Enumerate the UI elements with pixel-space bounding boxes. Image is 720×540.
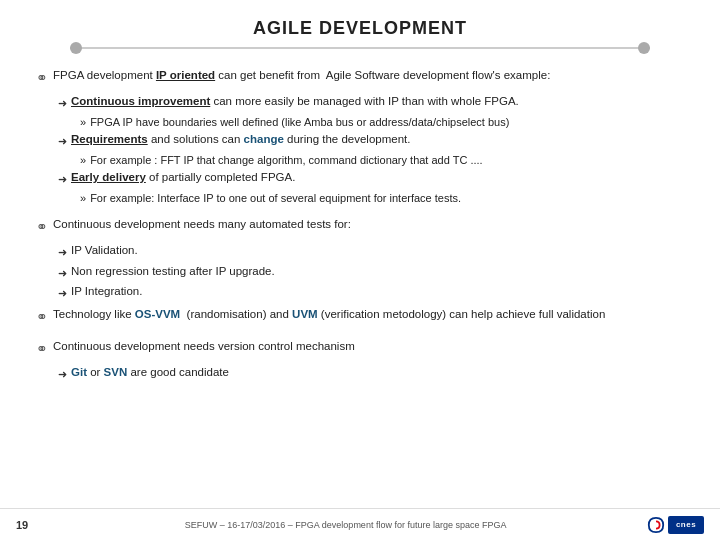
arrow-icon-6: ➜ [58, 285, 67, 302]
arrow-item-early-delivery: ➜ Early delivery of partially completed … [58, 169, 680, 188]
bullet-icon-2: ⚭ [36, 217, 48, 238]
cnes-curve-icon [647, 516, 665, 534]
arrow-icon-5: ➜ [58, 265, 67, 282]
arrow-text-2: Requirements and solutions can change du… [71, 131, 410, 148]
section2b-main-text: Technology like OS-VVM (randomisation) a… [53, 306, 605, 323]
sub-bullet-2a: » [80, 152, 86, 169]
arrow-item-non-regression: ➜ Non regression testing after IP upgrad… [58, 263, 680, 282]
bullet-main-1: ⚭ FPGA development IP oriented can get b… [36, 67, 680, 89]
sub-item-1a: » FPGA IP have boundaries well defined (… [80, 114, 680, 131]
arrow-icon-4: ➜ [58, 244, 67, 261]
footer-text: SEFUW – 16-17/03/2016 – FPGA development… [44, 520, 647, 530]
section-3: ⚭ Continuous development needs version c… [36, 338, 680, 383]
bullet-icon-1: ⚭ [36, 68, 48, 89]
sub-bullet-1a: » [80, 114, 86, 131]
cnes-logo: cnes [647, 516, 704, 534]
sub-text-3a: For example: Interface IP to one out of … [90, 190, 461, 207]
cnes-logo-text: cnes [668, 516, 704, 534]
footer-page-number: 19 [16, 519, 28, 531]
main-content: ⚭ FPGA development IP oriented can get b… [0, 59, 720, 400]
arrow-text-5: Non regression testing after IP upgrade. [71, 263, 275, 280]
arrow-text-1: Continuous improvement can more easily b… [71, 93, 519, 110]
header-divider [70, 47, 650, 49]
sub-item-3a: » For example: Interface IP to one out o… [80, 190, 680, 207]
sub-text-2a: For example : FFT IP that change algorit… [90, 152, 483, 169]
section1-main-text: FPGA development IP oriented can get ben… [53, 67, 550, 84]
page-title: AGILE DEVELOPMENT [40, 18, 680, 39]
section-2: ⚭ Continuous development needs many auto… [36, 216, 680, 328]
arrow-item-git-svn: ➜ Git or SVN are good candidate [58, 364, 680, 383]
section3-main-text: Continuous development needs version con… [53, 338, 355, 355]
arrow-item-ip-validation: ➜ IP Validation. [58, 242, 680, 261]
bullet-main-2: ⚭ Continuous development needs many auto… [36, 216, 680, 238]
arrow-text-4: IP Validation. [71, 242, 138, 259]
arrow-text-3: Early delivery of partially completed FP… [71, 169, 295, 186]
arrow-item-ip-integration: ➜ IP Integration. [58, 283, 680, 302]
header: AGILE DEVELOPMENT [0, 0, 720, 59]
arrow-icon-1: ➜ [58, 95, 67, 112]
sub-bullet-3a: » [80, 190, 86, 207]
arrow-text-6: IP Integration. [71, 283, 142, 300]
arrow-item-continuous-improvement: ➜ Continuous improvement can more easily… [58, 93, 680, 112]
section2-main-text: Continuous development needs many automa… [53, 216, 351, 233]
bullet-icon-4: ⚭ [36, 339, 48, 360]
bullet-icon-3: ⚭ [36, 307, 48, 328]
sub-text-1a: FPGA IP have boundaries well defined (li… [90, 114, 509, 131]
page: AGILE DEVELOPMENT ⚭ FPGA development IP … [0, 0, 720, 540]
bullet-main-4: ⚭ Continuous development needs version c… [36, 338, 680, 360]
sub-item-2a: » For example : FFT IP that change algor… [80, 152, 680, 169]
arrow-icon-2: ➜ [58, 133, 67, 150]
arrow-icon-7: ➜ [58, 366, 67, 383]
footer: 19 SEFUW – 16-17/03/2016 – FPGA developm… [0, 508, 720, 540]
arrow-text-7: Git or SVN are good candidate [71, 364, 229, 381]
section-1: ⚭ FPGA development IP oriented can get b… [36, 67, 680, 206]
arrow-icon-3: ➜ [58, 171, 67, 188]
bullet-main-3: ⚭ Technology like OS-VVM (randomisation)… [36, 306, 680, 328]
arrow-item-requirements: ➜ Requirements and solutions can change … [58, 131, 680, 150]
